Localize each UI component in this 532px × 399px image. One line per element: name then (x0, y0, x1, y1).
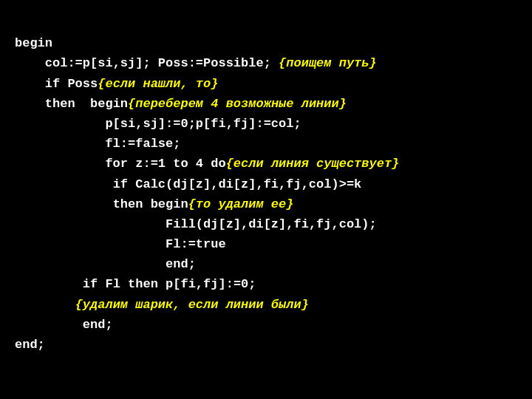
keyword-then-2: then (113, 197, 151, 211)
line-10-code: Fl:=true (166, 237, 226, 251)
line-12-code: Fl (105, 277, 128, 291)
line-6-code: z:=1 to 4 (135, 157, 211, 171)
keyword-end-bottom: end; (15, 338, 45, 352)
line-13-comment: {удалим шарик, если линии были} (75, 298, 309, 312)
line-5-code: fl:=false; (105, 137, 180, 151)
line-2-comment: {если нашли, то} (98, 77, 218, 91)
keyword-end-2: end; (83, 318, 113, 332)
line-4-code: p[si,sj]:=0;p[fi,fj]:=col; (105, 117, 301, 131)
keyword-if-2: if (113, 177, 136, 191)
line-12-code2: p[fi,fj]:=0; (166, 277, 256, 291)
line-7-code: Calc(dj[z],di[z],fi,fj,col)>=k (135, 177, 361, 191)
line-2-code: Poss (67, 77, 98, 91)
line-6-comment: {если линия существует} (226, 157, 400, 171)
keyword-begin-1: begin (90, 97, 128, 111)
keyword-begin-2: begin (151, 197, 188, 211)
line-8-comment: {то удалим ее} (188, 197, 294, 211)
line-1-code: col:=p[si,sj]; Poss:=Possible; (45, 56, 279, 70)
line-9-code: Fill(dj[z],di[z],fi,fj,col); (166, 217, 377, 231)
keyword-if-3: if (83, 277, 106, 291)
keyword-for: for (105, 157, 135, 171)
code-display: begin col:=p[si,sj]; Poss:=Possible; {по… (15, 13, 517, 355)
keyword-then-1: then (45, 97, 90, 111)
line-3-comment: {переберем 4 возможные линии} (128, 97, 347, 111)
keyword-then-3: then (128, 277, 166, 291)
keyword-do: do (211, 157, 225, 171)
keyword-end-1: end; (166, 257, 196, 271)
keyword-begin-top: begin (15, 36, 52, 50)
keyword-if-1: if (45, 77, 68, 91)
line-1-comment: {поищем путь} (279, 56, 377, 70)
